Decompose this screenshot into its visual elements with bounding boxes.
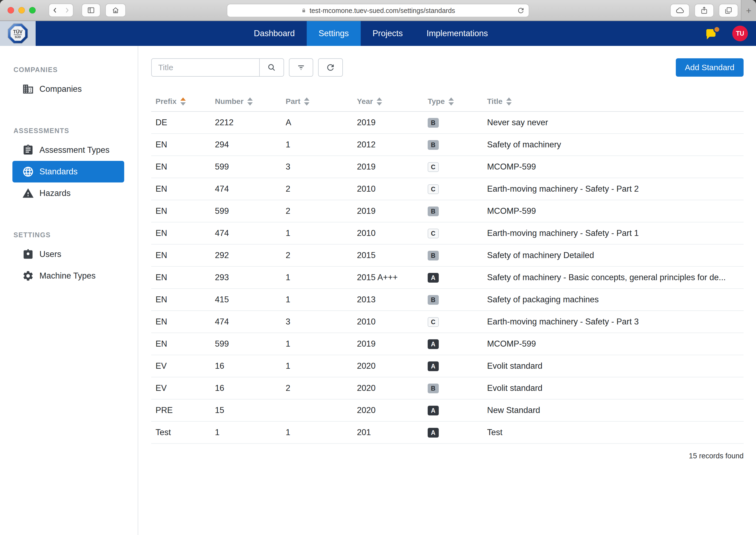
- refresh-icon: [326, 63, 335, 72]
- cell-title: Safety of machinery: [487, 140, 743, 150]
- cell-type: B: [428, 140, 487, 150]
- filter-icon: [296, 63, 306, 72]
- primary-nav: DashboardSettingsProjectsImplementations: [242, 21, 500, 46]
- cell-number: 474: [215, 184, 286, 194]
- sidebar-item-label: Standards: [40, 167, 77, 177]
- filter-button[interactable]: [289, 58, 313, 77]
- cell-prefix: EN: [156, 317, 215, 326]
- type-badge: B: [428, 251, 439, 261]
- standard-row[interactable]: EN59922019BMCOMP-599: [151, 200, 743, 222]
- cell-type: A: [428, 427, 487, 437]
- title-search-input[interactable]: [151, 58, 260, 77]
- cell-title: Test: [487, 428, 743, 437]
- svg-text:TÜV: TÜV: [13, 29, 23, 35]
- standard-row[interactable]: EN59912019AMCOMP-599: [151, 333, 743, 355]
- tab-overview-button[interactable]: [719, 4, 738, 17]
- standard-row[interactable]: PRE152020ANew Standard: [151, 400, 743, 422]
- sidebar-item-label: Machine Types: [40, 271, 96, 281]
- column-header-year[interactable]: Year: [357, 97, 428, 106]
- cell-year: 2020: [357, 406, 428, 415]
- cell-part: 3: [286, 317, 357, 326]
- column-header-part[interactable]: Part: [286, 97, 357, 106]
- sidebar-section-assessments: ASSESSMENTSAssessment TypesStandardsHaza…: [0, 125, 138, 204]
- type-badge: A: [428, 273, 439, 283]
- column-header-number[interactable]: Number: [215, 97, 286, 106]
- main-content: Add Standard PrefixNumberPartYearTypeTit…: [138, 46, 756, 535]
- standard-row[interactable]: EN29312015 A+++ASafety of machinery - Ba…: [151, 267, 743, 289]
- standard-row[interactable]: Test11201ATest: [151, 422, 743, 444]
- cell-title: Safety of machinery Detailed: [487, 250, 743, 260]
- cell-type: B: [428, 295, 487, 305]
- search-button[interactable]: [260, 58, 284, 77]
- cell-type: B: [428, 206, 487, 216]
- standard-row[interactable]: EN29412012BSafety of machinery: [151, 134, 743, 156]
- sort-arrows-icon: [180, 98, 186, 105]
- nav-tab-settings[interactable]: Settings: [307, 21, 361, 46]
- icloud-tabs-button[interactable]: [670, 4, 689, 17]
- close-window-button[interactable]: [8, 7, 14, 14]
- sidebar-item-label: Companies: [40, 84, 82, 94]
- column-label: Prefix: [156, 97, 177, 106]
- standard-row[interactable]: EN59932019CMCOMP-599: [151, 156, 743, 178]
- records-count: 15 records found: [151, 452, 743, 460]
- sidebar-item-assessment-types[interactable]: Assessment Types: [13, 139, 124, 161]
- refresh-button[interactable]: [318, 58, 343, 77]
- type-badge: C: [428, 184, 439, 194]
- cell-year: 2012: [357, 140, 428, 150]
- cell-prefix: EN: [156, 162, 215, 172]
- cell-part: 1: [286, 428, 357, 437]
- standard-row[interactable]: EV1622020BEvolit standard: [151, 377, 743, 400]
- share-icon: [700, 6, 709, 15]
- nav-tab-projects[interactable]: Projects: [361, 21, 415, 46]
- cell-type: C: [428, 317, 487, 327]
- column-header-type[interactable]: Type: [428, 97, 487, 106]
- standard-row[interactable]: EN47432010CEarth-moving machinery - Safe…: [151, 311, 743, 333]
- user-avatar[interactable]: TU: [732, 26, 748, 41]
- share-button[interactable]: [694, 4, 714, 17]
- cell-year: 2020: [357, 361, 428, 371]
- sidebar-item-machine-types[interactable]: Machine Types: [13, 265, 124, 287]
- plus-icon: +: [746, 5, 751, 16]
- column-label: Type: [428, 97, 445, 106]
- fullscreen-window-button[interactable]: [29, 7, 36, 14]
- forward-button[interactable]: [61, 7, 73, 14]
- back-button[interactable]: [49, 7, 61, 14]
- standard-row[interactable]: EN41512013BSafety of packaging machines: [151, 289, 743, 311]
- cell-number: 294: [215, 140, 286, 150]
- standard-row[interactable]: EN47422010CEarth-moving machinery - Safe…: [151, 178, 743, 200]
- cell-year: 2015 A+++: [357, 273, 428, 282]
- cell-number: 599: [215, 339, 286, 349]
- address-bar[interactable]: test-mcomone.tuev-sued.com/settings/stan…: [227, 4, 529, 17]
- minimize-window-button[interactable]: [18, 7, 25, 14]
- cell-prefix: EN: [156, 228, 215, 238]
- sidebar-section-title: SETTINGS: [14, 229, 138, 240]
- home-button[interactable]: [105, 4, 126, 17]
- cell-title: New Standard: [487, 406, 743, 415]
- table-toolbar: Add Standard: [151, 58, 743, 77]
- cell-part: 2: [286, 250, 357, 260]
- nav-tab-implementations[interactable]: Implementations: [415, 21, 500, 46]
- cell-title: Evolit standard: [487, 361, 743, 371]
- sidebar-toggle-button[interactable]: [81, 4, 101, 17]
- standard-row[interactable]: DE2212A2019BNever say never: [151, 112, 743, 134]
- reload-button[interactable]: [517, 7, 525, 16]
- standard-row[interactable]: EN47412010CEarth-moving machinery - Safe…: [151, 222, 743, 244]
- sidebar-item-users[interactable]: Users: [13, 243, 124, 265]
- new-tab-button[interactable]: +: [741, 0, 756, 21]
- cell-year: 2010: [357, 184, 428, 194]
- standard-row[interactable]: EV1612020AEvolit standard: [151, 355, 743, 377]
- feedback-button[interactable]: [706, 27, 719, 40]
- column-header-prefix[interactable]: Prefix: [156, 97, 215, 106]
- reload-icon: [517, 7, 525, 14]
- sidebar-item-hazards[interactable]: Hazards: [13, 183, 124, 204]
- nav-tab-dashboard[interactable]: Dashboard: [242, 21, 307, 46]
- brand-logo[interactable]: TÜV SÜD: [0, 21, 36, 46]
- standard-row[interactable]: EN29222015BSafety of machinery Detailed: [151, 244, 743, 267]
- globe-icon: [22, 166, 34, 178]
- add-standard-button[interactable]: Add Standard: [676, 58, 743, 77]
- sidebar-item-standards[interactable]: Standards: [13, 161, 124, 183]
- search-icon: [267, 63, 276, 72]
- column-header-title[interactable]: Title: [487, 97, 743, 106]
- cell-prefix: EN: [156, 206, 215, 216]
- sidebar-item-companies[interactable]: Companies: [13, 78, 124, 100]
